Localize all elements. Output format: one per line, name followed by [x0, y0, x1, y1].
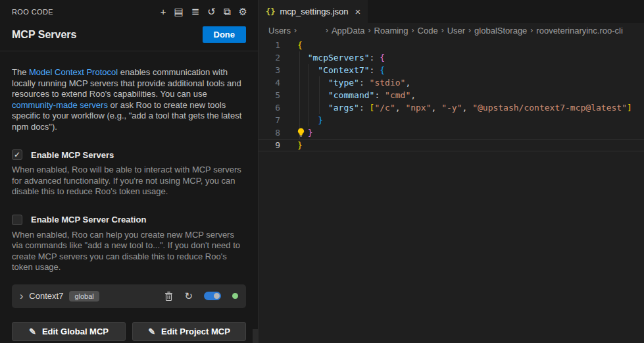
gear-icon[interactable]: ⚙ [239, 7, 247, 17]
server-status-dot [232, 293, 238, 299]
panel-scrollbar-thumb[interactable] [253, 329, 258, 343]
history-icon[interactable]: ↺ [207, 7, 216, 17]
enable-mcp-creation-description: When enabled, Roo can help you create ne… [12, 230, 246, 273]
doc-link[interactable]: Model Context Protocol [29, 67, 118, 77]
footer-buttons: ✎ Edit Global MCP ✎ Edit Project MCP [12, 322, 246, 341]
panel-body: The Model Context Protocol enables commu… [0, 67, 258, 341]
mcp-description: The Model Context Protocol enables commu… [12, 67, 246, 132]
code-text: "mcpServers": { [280, 51, 385, 64]
header-divider [0, 51, 258, 51]
panel-toolbar: +▤≣↺⧉⚙ [161, 7, 247, 17]
code-line[interactable]: 4 "type": "stdio", [259, 76, 644, 89]
vscode-window: ROO CODE +▤≣↺⧉⚙ MCP Servers Done The Mod… [0, 0, 644, 343]
edit-global-mcp-button[interactable]: ✎ Edit Global MCP [12, 322, 126, 341]
code-line[interactable]: 1{ [259, 39, 644, 51]
chevron-separator-icon: › [326, 26, 328, 35]
breadcrumb-segment[interactable]: Roaming [374, 26, 409, 36]
edit-project-mcp-button[interactable]: ✎ Edit Project MCP [132, 322, 246, 341]
server-stack-icon[interactable]: ≣ [191, 7, 200, 17]
line-number: 8 [259, 126, 280, 139]
tab-label: mcp_settings.json [280, 7, 348, 16]
popout-icon[interactable]: ⧉ [224, 7, 231, 17]
chevron-separator-icon: › [530, 26, 533, 35]
breadcrumb: Users››AppData›Roaming›Code›User›globalS… [259, 23, 644, 38]
doc-link[interactable]: community-made servers [12, 100, 108, 110]
breadcrumb-segment[interactable]: globalStorage [474, 26, 527, 36]
code-line[interactable]: 9} [259, 139, 644, 151]
code-line[interactable]: 3 "Context7": { [259, 64, 644, 76]
code-text: } [280, 139, 303, 151]
line-number: 4 [259, 76, 280, 89]
done-button[interactable]: Done [203, 26, 247, 43]
line-number: 7 [259, 114, 280, 126]
server-name: Context7 [29, 291, 63, 301]
code-line[interactable]: 8 } [259, 126, 644, 139]
server-row-context7[interactable]: › Context7 global ↻ [12, 284, 246, 308]
editor-group: {} mcp_settings.json × Users››AppData›Ro… [259, 0, 644, 343]
code-line[interactable]: 5 "command": "cmd", [259, 89, 644, 101]
server-scope-badge: global [69, 291, 99, 302]
roo-code-panel: ROO CODE +▤≣↺⧉⚙ MCP Servers Done The Mod… [0, 0, 259, 343]
code-line[interactable]: 6 "args": ["/c", "npx", "-y", "@upstash/… [259, 101, 644, 114]
line-number: 1 [259, 39, 280, 51]
description-text: The [12, 67, 29, 77]
code-text: "args": ["/c", "npx", "-y", "@upstash/co… [280, 101, 632, 114]
toggle-knob [214, 293, 220, 299]
line-number: 6 [259, 101, 280, 114]
enable-mcp-servers-checkbox[interactable]: ✓ [12, 149, 22, 160]
line-number: 3 [259, 64, 280, 76]
code-text: "type": "stdio", [280, 76, 410, 89]
restart-server-icon[interactable]: ↻ [184, 290, 193, 302]
breadcrumb-segment[interactable]: rooveterinaryinc.roo-cli [536, 26, 623, 36]
code-line[interactable]: 2 "mcpServers": { [259, 51, 644, 64]
tab-mcp-settings-json[interactable]: {} mcp_settings.json × [259, 0, 368, 23]
enable-mcp-creation-checkbox[interactable] [12, 215, 22, 225]
code-editor[interactable]: 1{2 "mcpServers": {3 "Context7": {4 "typ… [259, 39, 644, 151]
chevron-separator-icon: › [468, 26, 471, 35]
server-row-actions: ↻ [164, 290, 238, 302]
json-file-icon: {} [266, 7, 275, 16]
breadcrumb-segment[interactable]: AppData [332, 26, 365, 36]
code-text: "Context7": { [280, 64, 385, 76]
edit-global-mcp-label: Edit Global MCP [42, 327, 109, 336]
enable-mcp-creation-row: Enable MCP Server Creation [12, 215, 246, 225]
panel-header: ROO CODE +▤≣↺⧉⚙ [0, 0, 258, 18]
panel-title: ROO CODE [12, 8, 53, 16]
tab-bar: {} mcp_settings.json × [259, 0, 644, 23]
chevron-separator-icon: › [441, 26, 444, 35]
breadcrumb-segment[interactable]: User [447, 26, 465, 36]
code-text: } [280, 114, 323, 126]
pencil-icon: ✎ [29, 327, 36, 336]
edit-project-mcp-label: Edit Project MCP [161, 327, 230, 336]
chevron-right-icon[interactable]: › [20, 291, 23, 302]
chevron-separator-icon: › [294, 26, 297, 35]
notebook-icon[interactable]: ▤ [174, 7, 183, 17]
line-number: 5 [259, 89, 280, 101]
enable-mcp-servers-label: Enable MCP Servers [31, 150, 114, 160]
panel-subheader: MCP Servers Done [0, 18, 258, 51]
page-title: MCP Servers [12, 29, 76, 41]
chevron-separator-icon: › [368, 26, 371, 35]
breadcrumb-segment[interactable]: Code [418, 26, 438, 36]
breadcrumb-segment[interactable]: Users [268, 26, 291, 36]
enable-mcp-servers-row: ✓ Enable MCP Servers [12, 149, 246, 160]
code-text: { [280, 39, 303, 51]
enable-mcp-servers-description: When enabled, Roo will be able to intera… [12, 165, 246, 198]
code-line[interactable]: 7 } [259, 114, 644, 126]
close-icon[interactable]: × [355, 6, 361, 17]
line-number: 2 [259, 51, 280, 64]
plus-icon[interactable]: + [161, 7, 166, 17]
line-number: 9 [259, 139, 280, 151]
chevron-separator-icon: › [412, 26, 414, 35]
server-enabled-toggle[interactable] [204, 292, 221, 300]
code-text: "command": "cmd", [280, 89, 416, 101]
pencil-icon: ✎ [148, 327, 155, 336]
enable-mcp-creation-label: Enable MCP Server Creation [31, 215, 146, 224]
trash-icon[interactable] [164, 291, 173, 301]
